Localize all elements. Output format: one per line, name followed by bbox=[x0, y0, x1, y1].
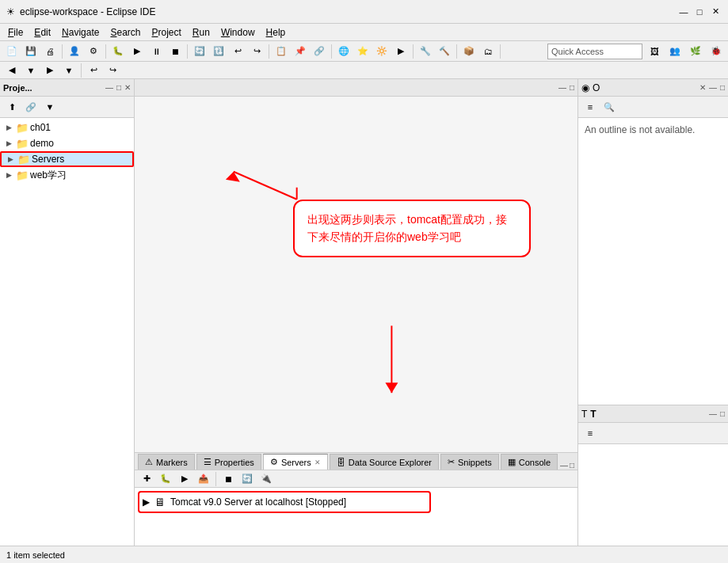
menu-help[interactable]: Help bbox=[261, 25, 291, 40]
outline-search-icon: 🔍 bbox=[600, 98, 618, 116]
new-button[interactable]: 📄 bbox=[3, 43, 21, 60]
outline-menu-btn[interactable]: ≡ bbox=[581, 98, 599, 116]
tab-servers[interactable]: ⚙ Servers ✕ bbox=[263, 454, 328, 470]
tab-console[interactable]: ▦ Console bbox=[501, 454, 558, 470]
server-disconnect-btn[interactable]: 🔌 bbox=[257, 470, 275, 488]
toolbar-btn-16[interactable]: 🔧 bbox=[417, 43, 434, 60]
server-publish-btn[interactable]: 📤 bbox=[195, 470, 212, 488]
settings-button[interactable]: ⚙ bbox=[85, 43, 102, 60]
tree-item-servers[interactable]: ▶ 📁 Servers bbox=[0, 151, 134, 167]
toolbar-btn-15[interactable]: ▶ bbox=[392, 43, 410, 60]
menu-run[interactable]: Run bbox=[188, 25, 215, 40]
toolbar-btn-6[interactable]: 🔃 bbox=[210, 43, 227, 60]
forward-button[interactable]: ▶ bbox=[41, 62, 59, 79]
toolbar-btn-17[interactable]: 🔨 bbox=[436, 43, 453, 60]
toolbar-btn-8[interactable]: ↪ bbox=[248, 43, 265, 60]
toolbar-btn-18[interactable]: 📦 bbox=[460, 43, 478, 60]
toolbar-btn-7[interactable]: ↩ bbox=[229, 43, 246, 60]
icon-servers: 📁 bbox=[17, 154, 30, 165]
separator-2 bbox=[105, 44, 106, 59]
menu-bar: File Edit Navigate Search Project Run Wi… bbox=[0, 24, 728, 41]
menu-navigate[interactable]: Navigate bbox=[57, 25, 104, 40]
tab-markers-label: Markers bbox=[156, 458, 188, 467]
separator-t2 bbox=[81, 63, 82, 78]
tab-servers-close[interactable]: ✕ bbox=[314, 458, 321, 466]
close-button[interactable]: ✕ bbox=[709, 6, 722, 18]
menu-project[interactable]: Project bbox=[147, 25, 185, 40]
bottom-minimize-btn[interactable]: — bbox=[560, 461, 568, 470]
maximize-panel-button[interactable]: □ bbox=[116, 83, 121, 92]
separator-6 bbox=[413, 44, 414, 59]
arrow-servers: ▶ bbox=[8, 155, 16, 163]
tree-item-ch01[interactable]: ▶ 📁 ch01 bbox=[0, 120, 134, 135]
open-perspective-button[interactable]: 🖼 bbox=[646, 43, 663, 60]
maximize-button[interactable]: □ bbox=[693, 6, 706, 18]
save-button[interactable]: 💾 bbox=[22, 43, 40, 60]
server-restart-btn[interactable]: 🔄 bbox=[238, 470, 256, 488]
server-list-item[interactable]: ▶ 🖥 Tomcat v9.0 Server at localhost [Sto… bbox=[138, 491, 431, 513]
annotation-box: 出现这两步则表示，tomcat配置成功，接下来尽情的开启你的web学习吧 bbox=[293, 200, 531, 257]
link-with-editor-button[interactable]: 🔗 bbox=[22, 98, 40, 116]
tasks-close[interactable]: — bbox=[709, 409, 717, 418]
view-menu-button[interactable]: ▼ bbox=[41, 98, 59, 116]
nav-btn-3[interactable]: ↩ bbox=[85, 62, 102, 79]
main-area: Proje... — □ ✕ ⬆ 🔗 ▼ ▶ 📁 ch01 ▶ 📁 bbox=[0, 79, 728, 563]
label-servers: Servers bbox=[32, 154, 64, 165]
debug-button[interactable]: 🐛 bbox=[109, 43, 127, 60]
tab-markers[interactable]: ⚠ Markers bbox=[138, 454, 195, 470]
back-button[interactable]: ◀ bbox=[3, 62, 21, 79]
server-stop-btn[interactable]: ⏹ bbox=[219, 470, 237, 488]
close-panel-button[interactable]: ✕ bbox=[124, 83, 131, 92]
toolbar-2: ◀ ▼ ▶ ▼ ↩ ↪ bbox=[0, 62, 728, 79]
menu-edit[interactable]: Edit bbox=[29, 25, 55, 40]
menu-file[interactable]: File bbox=[3, 25, 28, 40]
tab-console-label: Console bbox=[519, 458, 551, 467]
toolbar-btn-13[interactable]: ⭐ bbox=[354, 43, 372, 60]
perspective-btn-2[interactable]: 👥 bbox=[666, 43, 684, 60]
center-maximize[interactable]: □ bbox=[570, 83, 574, 92]
tree-item-web[interactable]: ▶ 📁 web学习 bbox=[0, 167, 134, 183]
tasks-max-btn[interactable]: □ bbox=[720, 409, 725, 418]
tab-snippets-label: Snippets bbox=[458, 458, 492, 467]
center-header: — □ bbox=[135, 79, 577, 97]
quick-access-input[interactable]: Quick Access bbox=[547, 44, 642, 59]
outline-title: O bbox=[593, 82, 600, 93]
minimize-button[interactable]: — bbox=[677, 6, 690, 18]
menu-window[interactable]: Window bbox=[216, 25, 260, 40]
server-run-btn[interactable]: ▶ bbox=[176, 470, 193, 488]
toolbar-btn-11[interactable]: 🔗 bbox=[311, 43, 328, 60]
outline-close[interactable]: ✕ bbox=[699, 83, 706, 92]
center-minimize[interactable]: — bbox=[558, 83, 566, 92]
stop-button[interactable]: ⏹ bbox=[166, 43, 184, 60]
perspective-btn-4[interactable]: 🐞 bbox=[707, 43, 725, 60]
perspective-btn-3[interactable]: 🌿 bbox=[687, 43, 704, 60]
server-new-btn[interactable]: ✚ bbox=[138, 470, 155, 488]
minimize-panel-button[interactable]: — bbox=[105, 83, 113, 92]
back-dropdown[interactable]: ▼ bbox=[22, 62, 40, 79]
print-button[interactable]: 🖨 bbox=[41, 43, 59, 60]
person-button[interactable]: 👤 bbox=[66, 43, 83, 60]
tab-properties[interactable]: ☰ Properties bbox=[196, 454, 261, 470]
collapse-all-button[interactable]: ⬆ bbox=[3, 98, 21, 116]
pause-button[interactable]: ⏸ bbox=[147, 43, 165, 60]
toolbar-btn-19[interactable]: 🗂 bbox=[479, 43, 497, 60]
tree-item-demo[interactable]: ▶ 📁 demo bbox=[0, 135, 134, 151]
tasks-menu-btn[interactable]: ≡ bbox=[581, 424, 599, 442]
toolbar-btn-5[interactable]: 🔄 bbox=[191, 43, 208, 60]
server-expand-arrow: ▶ bbox=[143, 496, 150, 508]
menu-search[interactable]: Search bbox=[105, 25, 145, 40]
tab-snippets[interactable]: ✂ Snippets bbox=[440, 454, 499, 470]
separator-5 bbox=[331, 44, 332, 59]
server-debug-btn[interactable]: 🐛 bbox=[157, 470, 174, 488]
bottom-maximize-btn[interactable]: □ bbox=[570, 461, 574, 470]
toolbar-btn-14[interactable]: 🔆 bbox=[373, 43, 391, 60]
toolbar-btn-12[interactable]: 🌐 bbox=[335, 43, 353, 60]
toolbar-btn-9[interactable]: 📋 bbox=[273, 43, 290, 60]
forward-dropdown[interactable]: ▼ bbox=[60, 62, 78, 79]
nav-btn-4[interactable]: ↪ bbox=[104, 62, 121, 79]
tab-datasource[interactable]: 🗄 Data Source Explorer bbox=[330, 454, 439, 470]
toolbar-btn-10[interactable]: 📌 bbox=[292, 43, 309, 60]
outline-toolbar-btn[interactable]: — bbox=[709, 83, 717, 92]
run-button[interactable]: ▶ bbox=[128, 43, 146, 60]
outline-max-btn[interactable]: □ bbox=[720, 83, 725, 92]
